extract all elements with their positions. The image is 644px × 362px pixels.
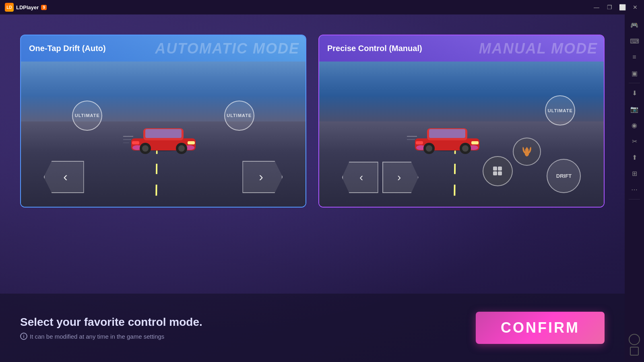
more-icon[interactable]: ⋯ — [627, 182, 642, 197]
keyboard-icon[interactable]: ⌨ — [627, 34, 642, 48]
svg-point-26 — [462, 145, 469, 152]
manual-drift-button[interactable]: DRIFT — [547, 159, 581, 193]
svg-rect-31 — [493, 171, 497, 175]
manual-car — [407, 110, 487, 164]
hint-text-container: i It can be modified at any time in the … — [20, 333, 476, 340]
sidebar-square-button[interactable] — [630, 347, 639, 356]
svg-rect-4 — [188, 141, 195, 144]
confirm-button[interactable]: CONFIRM — [476, 312, 605, 344]
svg-point-24 — [426, 145, 432, 152]
manual-ultimate-btn[interactable]: ULTIMATE — [545, 95, 575, 125]
logo-icon: LD — [5, 3, 14, 12]
manual-arrow-right-button[interactable]: › — [382, 162, 419, 193]
svg-rect-32 — [498, 171, 502, 175]
titlebar: LD LDPlayer 9 — ❐ ⬜ ✕ — [0, 0, 644, 14]
maximize-button[interactable]: ⬜ — [617, 2, 628, 13]
manual-menu-button[interactable] — [483, 156, 513, 186]
manual-mode-subtitle: MANUAL MODE — [479, 40, 598, 57]
svg-rect-5 — [132, 141, 139, 144]
manual-card-header: Precise Control (Manual) MANUAL MODE — [319, 35, 604, 62]
svg-rect-19 — [471, 141, 479, 144]
window-controls: — ❐ ⬜ ✕ — [591, 2, 644, 13]
auto-car — [123, 110, 204, 164]
sidebar-divider-2 — [629, 199, 640, 200]
svg-rect-18 — [429, 129, 465, 138]
restore-button[interactable]: ❐ — [604, 2, 615, 13]
main-content: One-Tap Drift (Auto) AUTOMATIC MODE — [0, 14, 625, 362]
record-icon[interactable]: ◉ — [627, 118, 642, 132]
manual-mode-card[interactable]: Precise Control (Manual) MANUAL MODE — [318, 35, 605, 208]
auto-card-header: One-Tap Drift (Auto) AUTOMATIC MODE — [21, 35, 305, 62]
auto-arrow-left-button[interactable]: ‹ — [44, 161, 84, 193]
display-icon[interactable]: ▣ — [627, 66, 642, 80]
gamepad-icon[interactable]: 🎮 — [627, 18, 642, 32]
version-badge: 9 — [41, 5, 47, 10]
svg-point-11 — [178, 145, 185, 152]
grid-icon[interactable]: ⊞ — [627, 166, 642, 181]
auto-arrow-right-button[interactable]: › — [242, 161, 283, 193]
svg-rect-29 — [493, 167, 497, 171]
auto-mode-title: One-Tap Drift (Auto) — [29, 44, 106, 53]
info-icon: i — [20, 333, 27, 340]
mode-cards-container: One-Tap Drift (Auto) AUTOMATIC MODE — [20, 35, 605, 208]
minimize-button[interactable]: — — [591, 2, 602, 13]
app-name: LDPlayer — [16, 4, 39, 10]
sidebar-divider-1 — [629, 83, 640, 83]
download-icon[interactable]: ⬇ — [627, 86, 642, 100]
screenshot-icon[interactable]: 📷 — [627, 102, 642, 116]
right-sidebar: 🎮 ⌨ ≡ ▣ ⬇ 📷 ◉ ✂ ⬆ ⊞ ⋯ — [625, 14, 644, 362]
upload-icon[interactable]: ⬆ — [627, 150, 642, 165]
svg-rect-3 — [145, 129, 182, 138]
auto-mode-card[interactable]: One-Tap Drift (Auto) AUTOMATIC MODE — [20, 35, 306, 208]
manual-mode-title: Precise Control (Manual) — [327, 44, 422, 53]
svg-rect-30 — [498, 167, 502, 171]
close-button[interactable]: ✕ — [630, 2, 641, 13]
svg-rect-20 — [416, 141, 423, 144]
manual-arrow-left-button[interactable]: ‹ — [342, 162, 378, 193]
select-mode-title: Select your favorite control mode. — [20, 316, 476, 329]
crop-icon[interactable]: ✂ — [627, 134, 642, 148]
hamburger-icon[interactable]: ≡ — [627, 50, 642, 64]
manual-fire-button[interactable] — [513, 138, 541, 166]
sidebar-circle-button[interactable] — [629, 334, 640, 345]
app-logo: LD LDPlayer 9 — [0, 3, 52, 12]
bottom-text-container: Select your favorite control mode. i It … — [20, 316, 476, 340]
hint-text: It can be modified at any time in the ga… — [30, 333, 164, 340]
auto-ultimate-btn-left[interactable]: ULTIMATE — [72, 101, 102, 131]
auto-mode-subtitle: AUTOMATIC MODE — [155, 40, 299, 57]
bottom-section: Select your favorite control mode. i It … — [0, 294, 625, 362]
auto-ultimate-btn-right[interactable]: ULTIMATE — [224, 101, 254, 131]
svg-point-9 — [142, 145, 149, 152]
